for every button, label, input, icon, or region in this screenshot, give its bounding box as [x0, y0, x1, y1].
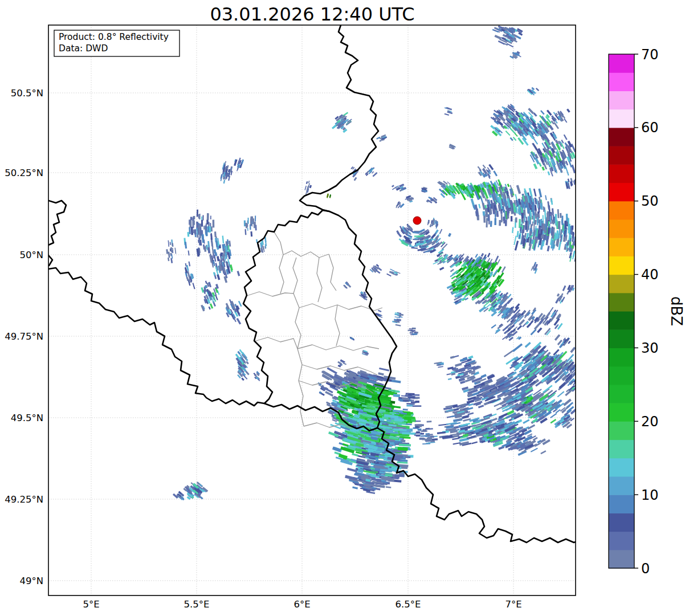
colorbar-segment [609, 146, 634, 165]
colorbar-segment [609, 476, 634, 495]
radar-site-marker [413, 217, 421, 225]
product-annotation-box: Product: 0.8° Reflectivity Data: DWD [54, 30, 180, 56]
y-tick-label: 49°N [19, 576, 43, 586]
annotation-data-line: Data: DWD [59, 43, 108, 54]
colorbar-segment [609, 54, 634, 73]
colorbar-segment [609, 109, 634, 128]
y-tick-label: 50.5°N [11, 88, 43, 99]
colorbar-segment [609, 403, 634, 422]
y-tick-label: 49.5°N [11, 413, 43, 423]
colorbar-segment [609, 91, 634, 109]
x-axis-labels: 5°E5.5°E6°E6.5°E7°E [83, 599, 521, 610]
colorbar-segment [609, 513, 634, 532]
radar-figure: 5°E5.5°E6°E6.5°E7°E 50.5°N50.25°N50°N49.… [0, 0, 685, 616]
x-tick-label: 7°E [505, 599, 521, 610]
colorbar-segment [609, 256, 634, 275]
colorbar-segment [609, 366, 634, 385]
colorbar-segment [609, 219, 634, 238]
colorbar-segment [609, 385, 634, 403]
y-tick-label: 49.75°N [5, 331, 43, 342]
colorbar-tick-label: 50 [641, 193, 659, 209]
colorbar-segment [609, 128, 634, 146]
radar-plot-svg: 5°E5.5°E6°E6.5°E7°E 50.5°N50.25°N50°N49.… [0, 0, 685, 616]
colorbar-segment [609, 495, 634, 513]
colorbar-segment [609, 311, 634, 330]
colorbar-segment [609, 183, 634, 202]
colorbar-segment [609, 72, 634, 91]
colorbar-tick-label: 60 [641, 120, 659, 136]
colorbar-segment [609, 201, 634, 220]
colorbar-segment [609, 458, 634, 477]
colorbar-segment [609, 421, 634, 440]
y-tick-label: 49.25°N [5, 494, 43, 505]
colorbar-tick-label: 70 [641, 47, 659, 63]
x-tick-label: 6°E [293, 599, 310, 610]
y-axis-labels: 50.5°N50.25°N50°N49.75°N49.5°N49.25°N49°… [5, 88, 43, 586]
colorbar-segment [609, 275, 634, 293]
colorbar-tick-label: 0 [641, 561, 650, 577]
x-tick-label: 6.5°E [395, 599, 421, 610]
colorbar-segment [609, 348, 634, 366]
annotation-product-line: Product: 0.8° Reflectivity [59, 32, 169, 42]
colorbar-tick-label: 20 [641, 414, 659, 430]
y-tick-label: 50.25°N [5, 168, 43, 178]
colorbar-segment [609, 164, 634, 183]
colorbar-segment [609, 532, 634, 550]
colorbar-segment [609, 550, 634, 569]
x-tick-label: 5.5°E [184, 599, 210, 610]
plot-title: 03.01.2026 12:40 UTC [210, 3, 414, 25]
colorbar-unit-label: dBZ [668, 296, 685, 326]
x-tick-label: 5°E [83, 599, 99, 610]
y-tick-label: 50°N [19, 250, 43, 260]
colorbar-segment [609, 440, 634, 459]
colorbar-segment [609, 329, 634, 348]
colorbar-tick-label: 40 [641, 267, 659, 283]
colorbar: 010203040506070dBZ [609, 47, 685, 577]
colorbar-segment [609, 238, 634, 256]
colorbar-tick-label: 10 [641, 487, 659, 503]
colorbar-segment [609, 293, 634, 312]
colorbar-tick-label: 30 [641, 340, 659, 356]
